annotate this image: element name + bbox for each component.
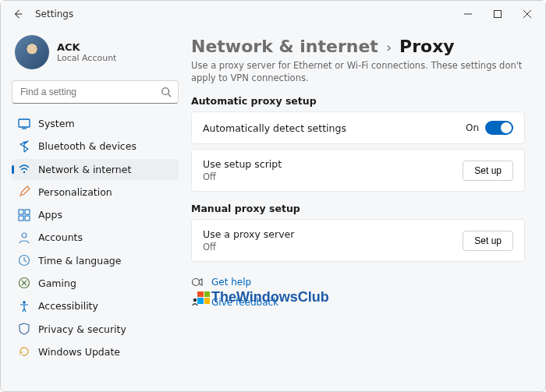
setup-script-label: Use setup script [203, 158, 463, 170]
feedback-link-label: Give feedback [211, 297, 278, 308]
arrow-left-icon [12, 9, 23, 19]
sidebar-item-label: Bluetooth & devices [38, 140, 171, 152]
sidebar-item-apps[interactable]: Apps [12, 204, 179, 225]
close-icon [523, 10, 531, 18]
svg-rect-5 [25, 210, 30, 214]
sidebar-nav: System Bluetooth & devices Network & int… [12, 113, 179, 362]
svg-point-1 [162, 88, 169, 95]
feedback-icon [191, 296, 204, 309]
settings-window: Settings ACK Local Account [0, 0, 546, 392]
page-description: Use a proxy server for Ethernet or Wi-Fi… [191, 59, 525, 84]
main-content: Network & internet › Proxy Use a proxy s… [186, 27, 545, 391]
page-title: Proxy [399, 37, 455, 56]
feedback-link-row[interactable]: Give feedback [191, 296, 525, 309]
search-input[interactable] [19, 86, 161, 98]
sidebar-item-bluetooth[interactable]: Bluetooth & devices [12, 136, 179, 157]
sidebar-item-label: Network & internet [38, 164, 171, 175]
svg-rect-2 [19, 119, 30, 127]
sidebar-item-label: Personalization [38, 186, 171, 198]
system-icon [18, 118, 30, 130]
help-link-label: Get help [211, 277, 251, 288]
sidebar-item-personalization[interactable]: Personalization [12, 182, 179, 203]
svg-rect-4 [19, 210, 23, 214]
manual-proxy-button[interactable]: Set up [463, 231, 513, 251]
shield-icon [18, 323, 30, 335]
svg-point-3 [23, 171, 25, 173]
sidebar: ACK Local Account System Bluetooth & dev… [1, 27, 186, 391]
setup-script-button[interactable]: Set up [463, 161, 513, 181]
help-icon [191, 276, 204, 288]
svg-rect-6 [19, 216, 23, 221]
brush-icon [18, 185, 30, 198]
sidebar-item-update[interactable]: Windows Update [12, 341, 179, 362]
maximize-button[interactable] [483, 2, 512, 26]
apps-icon [18, 209, 30, 221]
sidebar-item-privacy[interactable]: Privacy & security [12, 318, 179, 339]
accessibility-icon [18, 300, 30, 313]
sidebar-item-label: Accessibility [38, 300, 171, 312]
sidebar-item-label: Accounts [38, 231, 171, 243]
profile-name: ACK [57, 41, 116, 53]
titlebar: Settings [1, 1, 545, 27]
manual-proxy-label: Use a proxy server [203, 228, 463, 240]
svg-point-12 [193, 279, 200, 286]
svg-point-11 [23, 301, 26, 304]
sidebar-item-label: Gaming [38, 277, 171, 289]
help-link-row[interactable]: Get help [191, 276, 525, 288]
person-icon [18, 231, 30, 244]
sidebar-item-gaming[interactable]: Gaming [12, 273, 179, 294]
gaming-icon [18, 277, 30, 289]
sidebar-item-label: Time & language [38, 255, 171, 267]
sidebar-item-network[interactable]: Network & internet [12, 159, 179, 180]
maximize-icon [494, 10, 502, 18]
svg-point-13 [193, 298, 197, 302]
sidebar-item-label: System [38, 118, 171, 129]
sidebar-item-time[interactable]: Time & language [12, 250, 179, 271]
sidebar-item-system[interactable]: System [12, 113, 179, 134]
bluetooth-icon [18, 140, 30, 153]
minimize-icon [464, 10, 472, 18]
auto-detect-state-text: On [466, 122, 479, 133]
clock-icon [18, 254, 30, 267]
section-manual-label: Manual proxy setup [191, 203, 525, 214]
auto-detect-toggle-wrap: On [466, 121, 513, 135]
card-manual-proxy: Use a proxy server Off Set up [191, 219, 525, 262]
update-icon [18, 345, 30, 358]
wifi-icon [18, 163, 30, 175]
breadcrumb-parent[interactable]: Network & internet [191, 37, 378, 56]
close-button[interactable] [512, 2, 542, 26]
search-icon [161, 87, 172, 97]
profile-subtitle: Local Account [57, 53, 116, 63]
svg-point-8 [22, 233, 27, 238]
sidebar-item-label: Windows Update [38, 346, 171, 358]
minimize-button[interactable] [453, 2, 483, 26]
auto-detect-toggle[interactable] [485, 121, 513, 135]
svg-rect-0 [495, 11, 502, 18]
avatar [15, 35, 49, 69]
breadcrumb: Network & internet › Proxy [191, 37, 525, 56]
sidebar-item-label: Privacy & security [38, 323, 171, 335]
section-automatic-label: Automatic proxy setup [191, 95, 525, 107]
chevron-right-icon: › [386, 39, 392, 55]
svg-rect-7 [25, 216, 30, 221]
sidebar-item-accounts[interactable]: Accounts [12, 227, 179, 248]
sidebar-item-accessibility[interactable]: Accessibility [12, 295, 179, 316]
profile-block[interactable]: ACK Local Account [12, 32, 179, 77]
search-box[interactable] [12, 80, 179, 104]
card-auto-detect: Automatically detect settings On [191, 111, 525, 144]
setup-script-state: Off [203, 171, 463, 182]
auto-detect-label: Automatically detect settings [203, 122, 466, 134]
sidebar-item-label: Apps [38, 209, 171, 221]
manual-proxy-state: Off [203, 242, 463, 253]
back-button[interactable] [7, 3, 29, 25]
card-setup-script: Use setup script Off Set up [191, 149, 525, 192]
window-title: Settings [35, 9, 73, 19]
